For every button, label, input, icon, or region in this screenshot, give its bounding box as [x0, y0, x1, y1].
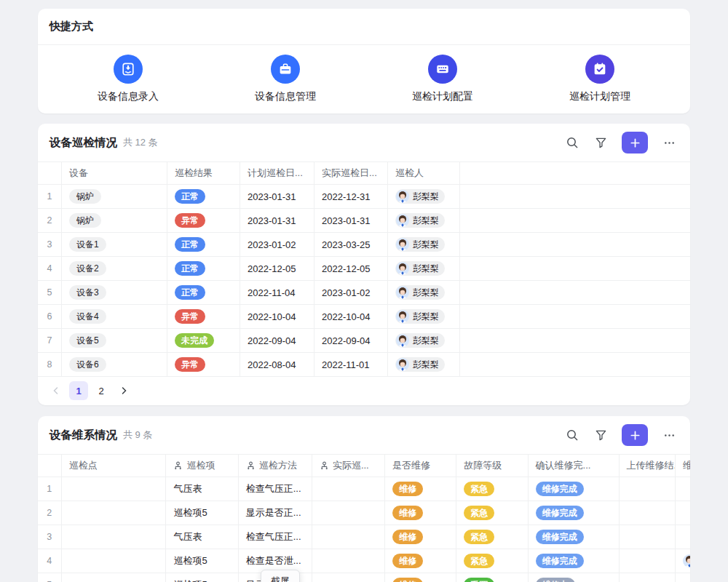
- col-header-item[interactable]: 巡检项: [166, 455, 238, 477]
- cell-device[interactable]: 锅炉: [62, 185, 167, 208]
- cell-actual-date[interactable]: 2022-12-31: [314, 185, 388, 208]
- cell-repair[interactable]: 维修: [385, 525, 456, 549]
- col-header-result[interactable]: 巡检结果: [167, 162, 240, 184]
- cell-point[interactable]: [62, 573, 167, 582]
- row-number[interactable]: 5: [38, 281, 62, 304]
- cell-plan-date[interactable]: 2022-10-04: [240, 305, 314, 328]
- cell-point[interactable]: [62, 525, 167, 549]
- cell-plan-date[interactable]: 2023-01-02: [240, 233, 314, 256]
- add-record-button[interactable]: [622, 132, 648, 154]
- cell-result[interactable]: 未完成: [167, 329, 240, 352]
- col-header-index[interactable]: [38, 455, 62, 477]
- row-number[interactable]: 7: [38, 329, 62, 352]
- row-number[interactable]: 2: [38, 501, 62, 525]
- col-header-point[interactable]: 巡检点: [62, 455, 167, 477]
- row-number[interactable]: 5: [38, 573, 62, 582]
- col-header-level[interactable]: 故障等级: [456, 455, 528, 477]
- cell-clipped[interactable]: [676, 525, 690, 549]
- row-number[interactable]: 2: [38, 209, 62, 232]
- cell-upload[interactable]: [620, 501, 676, 525]
- search-icon[interactable]: [563, 426, 582, 445]
- col-header-index[interactable]: [38, 162, 62, 184]
- shortcut-plan-config[interactable]: 巡检计划配置: [364, 55, 521, 103]
- cell-method[interactable]: 检查气压正...: [239, 525, 312, 549]
- cell-person[interactable]: 彭梨梨: [388, 305, 460, 328]
- table-row[interactable]: 3 气压表 检查气压正... 维修 紧急: [38, 525, 690, 549]
- cell-result[interactable]: 异常: [167, 353, 240, 376]
- cell-level[interactable]: 紧急: [456, 477, 528, 501]
- pagination-next-icon[interactable]: [114, 381, 133, 400]
- table-row[interactable]: 1 锅炉 正常 2023-01-31 2022-12-31: [38, 185, 690, 209]
- cell-item[interactable]: 巡检项5: [166, 501, 238, 525]
- cell-item[interactable]: 气压表: [166, 477, 238, 501]
- cell-person[interactable]: 彭梨梨: [388, 257, 460, 280]
- cell-confirm[interactable]: 维修完成: [529, 477, 620, 501]
- cell-device[interactable]: 设备3: [62, 281, 167, 304]
- row-number[interactable]: 6: [38, 305, 62, 328]
- cell-plan-date[interactable]: 2022-09-04: [240, 329, 314, 352]
- cell-actual-date[interactable]: 2022-10-04: [314, 305, 388, 328]
- cell-level[interactable]: 重要: [456, 573, 528, 582]
- cell-upload[interactable]: [620, 525, 676, 549]
- cell-point[interactable]: [62, 477, 167, 501]
- cell-confirm[interactable]: 维修完成: [529, 549, 620, 573]
- table-row[interactable]: 2 巡检项5 显示是否正... 维修 紧急: [38, 501, 690, 525]
- table-row[interactable]: 6 设备4 异常 2022-10-04 2022-10-04: [38, 305, 690, 329]
- cell-repair[interactable]: 维修: [385, 549, 456, 573]
- cell-repair[interactable]: 维修: [385, 573, 456, 582]
- cell-device[interactable]: 锅炉: [62, 209, 167, 232]
- cell-upload[interactable]: [620, 549, 676, 573]
- cell-person[interactable]: 彭梨梨: [388, 281, 460, 304]
- cell-point[interactable]: [62, 549, 167, 573]
- col-header-person[interactable]: 巡检人: [388, 162, 460, 184]
- row-number[interactable]: 1: [38, 477, 62, 501]
- filter-icon[interactable]: [591, 133, 610, 152]
- cell-actual-date[interactable]: 2022-12-05: [314, 257, 388, 280]
- table-row[interactable]: 1 气压表 检查气压正... 维修 紧急: [38, 477, 690, 501]
- cell-item[interactable]: 巡检项5: [166, 573, 238, 582]
- cell-person[interactable]: 彭梨梨: [388, 233, 460, 256]
- cell-confirm[interactable]: 维修完成: [529, 501, 620, 525]
- cell-clipped[interactable]: [676, 477, 690, 501]
- cell-person[interactable]: 彭梨梨: [388, 329, 460, 352]
- cell-actual[interactable]: [312, 477, 385, 501]
- cell-repair[interactable]: 维修: [385, 477, 456, 501]
- cell-upload[interactable]: [620, 477, 676, 501]
- cell-result[interactable]: 正常: [167, 257, 240, 280]
- col-header-clipped[interactable]: 维: [676, 455, 690, 477]
- cell-level[interactable]: 紧急: [456, 525, 528, 549]
- cell-result[interactable]: 正常: [167, 185, 240, 208]
- shortcut-device-entry[interactable]: 设备信息录入: [50, 55, 207, 103]
- cell-confirm[interactable]: 维修完成: [529, 525, 620, 549]
- row-number[interactable]: 3: [38, 525, 62, 549]
- shortcut-device-manage[interactable]: 设备信息管理: [207, 55, 364, 103]
- cell-item[interactable]: 巡检项5: [166, 549, 238, 573]
- cell-result[interactable]: 异常: [167, 305, 240, 328]
- cell-person[interactable]: 彭梨梨: [388, 353, 460, 376]
- row-number[interactable]: 3: [38, 233, 62, 256]
- cell-clipped[interactable]: [676, 549, 690, 573]
- cell-actual-date[interactable]: 2023-03-25: [314, 233, 388, 256]
- search-icon[interactable]: [563, 133, 582, 152]
- cell-plan-date[interactable]: 2023-01-31: [240, 209, 314, 232]
- table-row[interactable]: 2 锅炉 异常 2023-01-31 2023-01-31: [38, 209, 690, 233]
- cell-actual[interactable]: [312, 549, 385, 573]
- cell-device[interactable]: 设备2: [62, 257, 167, 280]
- cell-result[interactable]: 正常: [167, 281, 240, 304]
- cell-actual-date[interactable]: 2022-09-04: [314, 329, 388, 352]
- col-header-device[interactable]: 设备: [62, 162, 167, 184]
- cell-actual-date[interactable]: 2023-01-31: [314, 209, 388, 232]
- col-header-repair[interactable]: 是否维修: [385, 455, 456, 477]
- cell-device[interactable]: 设备1: [62, 233, 167, 256]
- col-header-confirm[interactable]: 确认维修完...: [529, 455, 620, 477]
- row-number[interactable]: 8: [38, 353, 62, 376]
- cell-plan-date[interactable]: 2022-08-04: [240, 353, 314, 376]
- table-row[interactable]: 5 设备3 正常 2022-11-04 2023-01-02: [38, 281, 690, 305]
- table-row[interactable]: 3 设备1 正常 2023-01-02 2023-03-25: [38, 233, 690, 257]
- cell-person[interactable]: 彭梨梨: [388, 185, 460, 208]
- cell-actual-date[interactable]: 2023-01-02: [314, 281, 388, 304]
- cell-method[interactable]: 检查气压正...: [239, 477, 312, 501]
- cell-level[interactable]: 紧急: [456, 501, 528, 525]
- table-row[interactable]: 5 巡检项5 显示是否正... 维修 重要: [38, 573, 690, 582]
- cell-person[interactable]: 彭梨梨: [388, 209, 460, 232]
